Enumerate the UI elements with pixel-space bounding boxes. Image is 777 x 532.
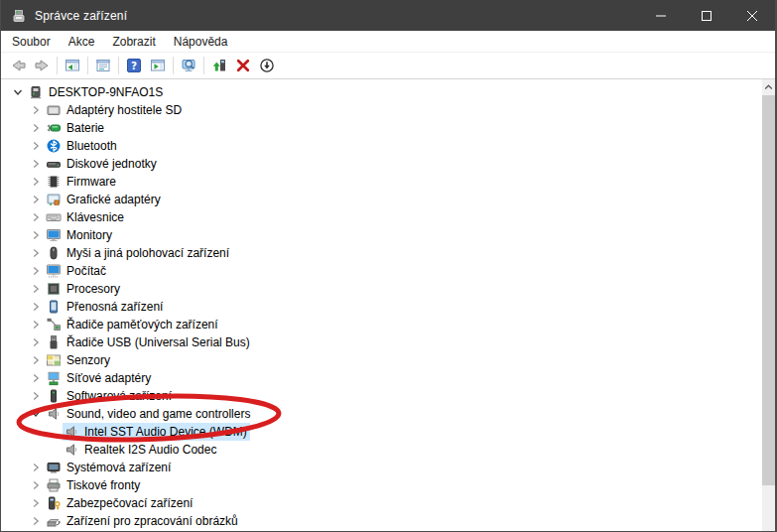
row-content[interactable]: Procesory [45,280,123,298]
tree-row[interactable]: Řadiče paměťových zařízení [1,316,775,333]
tree-row-label: Myši a jiná polohovací zařízení [66,246,229,260]
tree-row-label: Zabezpečovací zařízení [66,496,193,510]
tree-row[interactable]: Procesory [1,280,775,298]
toolbar-uninstall-device-button[interactable] [231,54,255,77]
tree-row[interactable]: Softwarová zařízení [1,387,775,405]
chevron-right-icon[interactable] [27,101,45,119]
chevron-right-icon[interactable] [27,137,45,155]
scroll-up-button[interactable] [762,79,775,94]
tree-row[interactable]: Systémová zařízení [1,459,775,476]
chevron-right-icon[interactable] [27,119,45,137]
toolbar-update-driver-button[interactable] [207,54,231,77]
chevron-right-icon[interactable] [27,512,45,530]
chevron-right-icon[interactable] [27,351,45,369]
maximize-button[interactable] [684,0,729,31]
portable-device-icon [46,299,62,315]
menu-akce[interactable]: Akce [60,32,104,52]
chevron-right-icon[interactable] [27,459,45,476]
row-content[interactable]: Bluetooth [45,137,120,155]
chevron-right-icon[interactable] [27,280,45,298]
menu-soubor[interactable]: Soubor [3,32,60,52]
tree-row[interactable]: Řadiče USB (Universal Serial Bus) [1,333,775,351]
toolbar-properties-button[interactable] [91,54,115,77]
row-content[interactable]: Realtek I2S Audio Codec [63,441,219,459]
tree-row[interactable]: Zařízení pro zpracování obrázků [1,512,775,530]
tree-row[interactable]: Senzory [1,351,775,369]
toolbar-back-button[interactable] [6,54,30,77]
row-content[interactable]: Myši a jiná polohovací zařízení [45,244,232,262]
tree-row[interactable]: Zabezpečovací zařízení [1,494,775,512]
row-content[interactable]: Zařízení pro zpracování obrázků [45,512,241,530]
row-content[interactable]: Přenosná zařízení [45,298,166,316]
row-content[interactable]: Klávesnice [45,208,127,226]
speaker-icon [46,406,62,422]
chevron-right-icon[interactable] [27,316,45,333]
chevron-right-icon[interactable] [27,369,45,387]
toolbar-help-button[interactable]: ? [122,54,146,77]
chevron-down-icon[interactable] [9,83,27,101]
tree-row[interactable]: Monitory [1,226,775,244]
row-content[interactable]: Systémová zařízení [45,459,174,476]
chevron-right-icon[interactable] [27,333,45,351]
tree-row[interactable]: Síťové adaptéry [1,369,775,387]
row-content[interactable]: Softwarová zařízení [45,387,175,405]
toolbar-forward-button[interactable] [30,54,54,77]
row-content[interactable]: Řadiče paměťových zařízení [45,316,221,333]
row-content[interactable]: Zabezpečovací zařízení [45,494,195,512]
tree-row[interactable]: Firmware [1,173,775,191]
row-content[interactable]: Grafické adaptéry [45,191,164,208]
close-button[interactable] [729,0,775,31]
chevron-right-icon[interactable] [27,226,45,244]
minimize-button[interactable] [638,0,684,31]
row-content[interactable]: Tiskové fronty [45,476,143,494]
chevron-right-icon[interactable] [27,298,45,316]
tree-row[interactable]: Realtek I2S Audio Codec [1,441,775,459]
chevron-right-icon[interactable] [27,191,45,208]
tree-row-label: Bluetooth [66,139,117,153]
row-content[interactable]: Baterie [45,119,107,137]
tree-row[interactable]: DESKTOP-9NFAO1S [1,83,775,101]
chevron-right-icon[interactable] [27,173,45,191]
tree-row[interactable]: Sound, video and game controllers [1,405,775,423]
tree-row[interactable]: Adaptéry hostitele SD [1,101,775,119]
tree-row[interactable]: Bluetooth [1,137,775,155]
row-content[interactable]: Senzory [45,351,113,369]
vertical-scrollbar[interactable] [762,79,775,532]
chevron-right-icon[interactable] [27,244,45,262]
row-content[interactable]: DESKTOP-9NFAO1S [27,83,166,101]
chevron-right-icon[interactable] [27,155,45,173]
toolbar-scan-hardware-changes-button[interactable] [177,54,200,77]
row-content[interactable]: Diskové jednotky [45,155,160,173]
menu-napoveda[interactable]: Nápověda [165,32,237,52]
chevron-right-icon[interactable] [27,208,45,226]
row-content[interactable]: Sound, video and game controllers [45,405,253,423]
tree-row[interactable]: Tiskové fronty [1,476,775,494]
row-content[interactable]: Síťové adaptéry [45,369,154,387]
menu-zobrazit[interactable]: Zobrazit [103,32,164,52]
tree-row[interactable]: Grafické adaptéry [1,191,775,208]
chevron-right-icon[interactable] [27,476,45,494]
toolbar-console-tree-toggle-button[interactable] [61,54,84,77]
chevron-right-icon[interactable] [27,262,45,280]
row-content[interactable]: Monitory [45,226,115,244]
tree-row[interactable]: Klávesnice [1,208,775,226]
printer-icon [46,477,62,493]
tree-row[interactable]: Intel SST Audio Device (WDM) [1,423,775,441]
row-content[interactable]: Počítač [45,262,109,280]
tree-row[interactable]: Baterie [1,119,775,137]
row-content[interactable]: Adaptéry hostitele SD [45,101,185,119]
tree-row[interactable]: Diskové jednotky [1,155,775,173]
tree-row[interactable]: Přenosná zařízení [1,298,775,316]
row-content[interactable]: Řadiče USB (Universal Serial Bus) [45,333,253,351]
chevron-down-icon[interactable] [27,405,45,423]
toolbar-action-pane-toggle-button[interactable] [146,54,170,77]
row-content[interactable]: Firmware [45,173,119,191]
tree-row[interactable]: Myši a jiná polohovací zařízení [1,244,775,262]
processor-icon [46,281,62,297]
tree-row[interactable]: Počítač [1,262,775,280]
chevron-right-icon[interactable] [27,387,45,405]
toolbar-disable-device-button[interactable] [255,54,279,77]
selected-row-content[interactable]: Intel SST Audio Device (WDM) [63,423,250,441]
scrollbar-thumb[interactable] [762,95,775,485]
chevron-right-icon[interactable] [27,494,45,512]
